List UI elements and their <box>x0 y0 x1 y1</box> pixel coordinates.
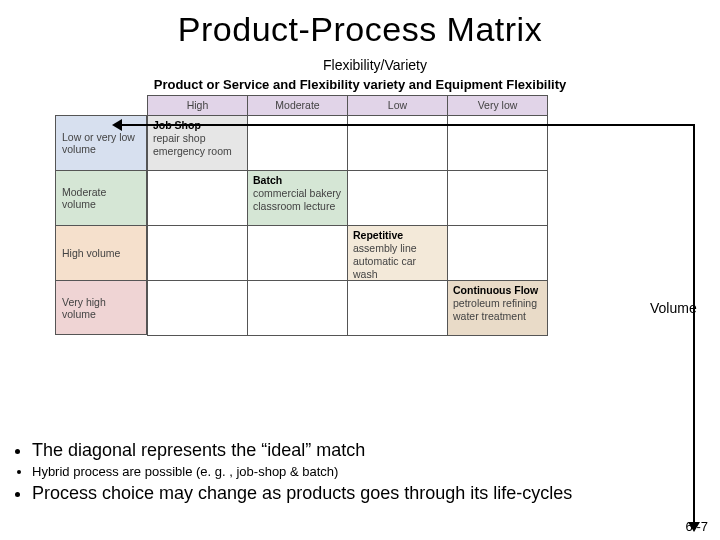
col-header-3: Low <box>348 96 448 116</box>
cell-empty <box>148 281 248 336</box>
cell-empty <box>348 281 448 336</box>
bullet-list: The diagonal represents the “ideal” matc… <box>14 440 704 504</box>
bullet-3: Process choice may change as products go… <box>32 483 704 504</box>
cell-text: commercial bakery classroom lecture <box>253 187 341 212</box>
cell-empty <box>248 281 348 336</box>
matrix: Product or Service and Flexibility varie… <box>55 77 665 367</box>
cell-repetitive: Repetitive assembly line automatic car w… <box>348 226 448 281</box>
cell-title: Repetitive <box>353 229 403 241</box>
cell-title: Continuous Flow <box>453 284 538 296</box>
cell-text: assembly line automatic car wash <box>353 242 417 280</box>
arrow-x-icon <box>120 124 695 126</box>
matrix-grid: High Moderate Low Very low Job Shop repa… <box>147 95 548 336</box>
axis-x-label: Flexibility/Variety <box>30 57 720 73</box>
bullet-1: The diagonal represents the “ideal” matc… <box>32 440 704 461</box>
col-header-2: Moderate <box>248 96 348 116</box>
cell-text: repair shop emergency room <box>153 132 232 157</box>
axis-y-label: Volume <box>650 300 697 316</box>
cell-title: Batch <box>253 174 282 186</box>
cell-empty <box>448 226 548 281</box>
matrix-heading: Product or Service and Flexibility varie… <box>55 77 665 92</box>
cell-empty <box>248 226 348 281</box>
col-header-1: High <box>148 96 248 116</box>
row-headers: Low or very low volume Moderate volume H… <box>55 115 147 335</box>
cell-empty <box>448 171 548 226</box>
page-number: 6 -7 <box>686 519 708 534</box>
col-header-4: Very low <box>448 96 548 116</box>
cell-continuous-flow: Continuous Flow petroleum refining water… <box>448 281 548 336</box>
cell-empty <box>148 171 248 226</box>
row-header-2: Moderate volume <box>55 170 147 225</box>
row-header-4: Very high volume <box>55 280 147 335</box>
row-header-3: High volume <box>55 225 147 280</box>
cell-empty <box>148 226 248 281</box>
bullet-2: Hybrid process are possible (e. g. , job… <box>32 464 704 479</box>
page-title: Product-Process Matrix <box>0 10 720 49</box>
cell-empty <box>348 171 448 226</box>
cell-text: petroleum refining water treatment <box>453 297 537 322</box>
cell-batch: Batch commercial bakery classroom lectur… <box>248 171 348 226</box>
